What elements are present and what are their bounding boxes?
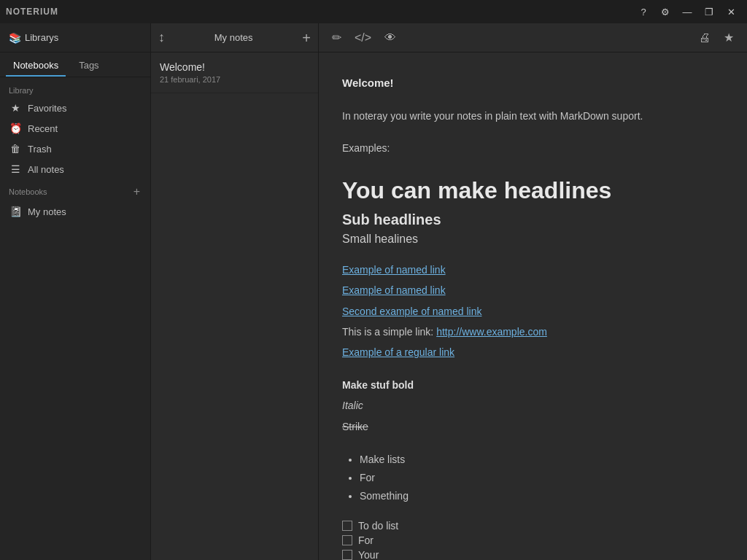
- link-2: Example of named link: [342, 282, 724, 298]
- todo-label-1: To do list: [358, 520, 398, 532]
- app-title: NOTERIUM: [6, 7, 58, 17]
- list-item-2: For: [360, 469, 724, 487]
- star-icon: ★: [724, 31, 734, 44]
- preview-button[interactable]: 👁: [380, 28, 400, 47]
- trash-icon: 🗑: [9, 143, 22, 155]
- titlebar: NOTERIUM ? ⚙ — ❐ ✕: [0, 0, 747, 23]
- toolbar-right: 🖨 ★: [694, 28, 738, 47]
- checkbox-1[interactable]: [342, 521, 352, 531]
- notes-panel: ↕ My notes + Welcome! 21 februari, 2017: [151, 23, 319, 560]
- eye-icon: 👁: [384, 31, 396, 44]
- note-item-title: Welcome!: [160, 61, 309, 73]
- sidebar-item-favorites[interactable]: ★ Favorites: [0, 98, 150, 118]
- link-1: Example of named link: [342, 262, 724, 278]
- simple-link-label: This is a simple link:: [342, 326, 436, 338]
- notebooks-section-label: Notebooks: [9, 187, 47, 196]
- toolbar-left: ✏ </> 👁: [328, 28, 400, 47]
- note-welcome: Welcome!: [342, 74, 724, 92]
- tab-tags[interactable]: Tags: [71, 55, 106, 77]
- note-intro: In noteray you write your notes in plain…: [342, 108, 724, 124]
- welcome-heading: Welcome!: [342, 77, 394, 89]
- note-examples: Examples:: [342, 140, 724, 156]
- sidebar-item-mynotes[interactable]: 📓 My notes: [0, 201, 150, 222]
- favorites-label: Favorites: [28, 103, 66, 114]
- content-toolbar: ✏ </> 👁 🖨 ★: [319, 23, 747, 52]
- note-content: Welcome! In noteray you write your notes…: [319, 52, 747, 560]
- todo-item-3: Your: [342, 549, 724, 560]
- link-5: Example of a regular link: [342, 344, 724, 360]
- add-notebook-button[interactable]: +: [132, 185, 142, 198]
- note-strike: Strike: [342, 419, 724, 435]
- note-h1: You can make headlines: [342, 177, 724, 204]
- sidebar-tabs: Notebooks Tags: [0, 52, 150, 77]
- notes-header: ↕ My notes +: [151, 23, 318, 52]
- named-link-1[interactable]: Example of named link: [342, 264, 446, 276]
- note-list: Make lists For Something: [360, 451, 724, 506]
- named-link-3[interactable]: Second example of named link: [342, 306, 481, 317]
- sidebar-header: 📚 Librarys: [0, 23, 150, 52]
- code-icon: </>: [355, 31, 371, 44]
- regular-link[interactable]: Example of a regular link: [342, 346, 454, 358]
- checkbox-3[interactable]: [342, 550, 352, 560]
- todo-label-2: For: [358, 534, 374, 546]
- todo-item-2: For: [342, 534, 724, 546]
- note-h3: Small healines: [342, 233, 724, 246]
- note-item-date: 21 februari, 2017: [160, 75, 309, 84]
- clock-icon: ⏰: [9, 122, 22, 134]
- note-bold: Make stuf bold: [342, 377, 724, 393]
- trash-label: Trash: [28, 144, 52, 155]
- tab-notebooks[interactable]: Notebooks: [6, 55, 66, 77]
- library-button[interactable]: 📚 Librarys: [9, 32, 58, 44]
- code-button[interactable]: </>: [350, 28, 376, 47]
- edit-button[interactable]: ✏: [328, 28, 346, 47]
- library-label: Librarys: [25, 32, 58, 43]
- star-icon: ★: [9, 102, 22, 114]
- library-icon: 📚: [9, 32, 20, 44]
- note-italic: Italic: [342, 397, 724, 413]
- allnotes-label: All notes: [28, 164, 64, 175]
- checkbox-2[interactable]: [342, 535, 352, 545]
- allnotes-icon: ☰: [9, 163, 22, 175]
- named-link-2[interactable]: Example of named link: [342, 284, 446, 296]
- todo-label-3: Your: [358, 549, 379, 560]
- minimize-button[interactable]: —: [677, 4, 697, 20]
- favorite-button[interactable]: ★: [719, 28, 738, 47]
- sidebar-item-trash[interactable]: 🗑 Trash: [0, 139, 150, 159]
- note-h2: Sub headlines: [342, 211, 724, 228]
- notebook-icon: 📓: [9, 206, 22, 217]
- window-controls: ? ⚙ — ❐ ✕: [633, 4, 741, 20]
- maximize-button[interactable]: ❐: [699, 4, 719, 20]
- library-section-label: Library: [0, 80, 150, 98]
- todo-item-1: To do list: [342, 520, 724, 532]
- main-area: 📚 Librarys Notebooks Tags Library ★ Favo…: [0, 23, 747, 560]
- link-4: This is a simple link: http://www.exampl…: [342, 324, 724, 340]
- sidebar: 📚 Librarys Notebooks Tags Library ★ Favo…: [0, 23, 151, 560]
- link-3: Second example of named link: [342, 303, 724, 319]
- print-button[interactable]: 🖨: [694, 28, 715, 47]
- sidebar-item-recent[interactable]: ⏰ Recent: [0, 118, 150, 139]
- sidebar-item-allnotes[interactable]: ☰ All notes: [0, 159, 150, 179]
- notes-panel-title: My notes: [214, 32, 253, 43]
- list-item-1: Make lists: [360, 451, 724, 469]
- settings-button[interactable]: ⚙: [655, 4, 676, 20]
- sort-button[interactable]: ↕: [158, 30, 165, 45]
- print-icon: 🖨: [699, 31, 711, 44]
- mynotes-label: My notes: [28, 206, 66, 217]
- help-button[interactable]: ?: [633, 4, 654, 20]
- simple-link[interactable]: http://www.example.com: [436, 326, 547, 338]
- notebooks-header: Notebooks +: [0, 179, 150, 201]
- recent-label: Recent: [28, 123, 58, 134]
- bold-text: Make stuf bold: [342, 379, 414, 391]
- content-area: ✏ </> 👁 🖨 ★ Welcome! In no: [319, 23, 747, 560]
- list-item-3: Something: [360, 487, 724, 505]
- pencil-icon: ✏: [332, 31, 341, 44]
- add-note-button[interactable]: +: [302, 31, 311, 45]
- note-item-welcome[interactable]: Welcome! 21 februari, 2017: [151, 52, 318, 93]
- sidebar-content: Library ★ Favorites ⏰ Recent 🗑 Trash ☰ A…: [0, 77, 150, 560]
- close-button[interactable]: ✕: [721, 4, 741, 20]
